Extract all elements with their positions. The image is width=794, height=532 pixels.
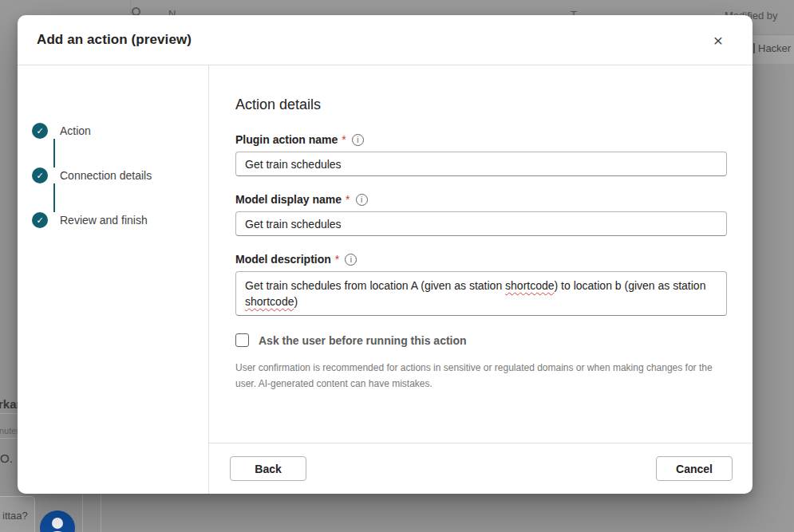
dialog-footer: Back Cancel: [209, 443, 753, 494]
person-icon: [52, 518, 63, 529]
avatar: [40, 510, 75, 532]
dialog-body: ✓ Action ✓ Connection details ✓ Review a…: [18, 65, 753, 494]
step-review-and-finish: ✓ Review and finish: [32, 212, 208, 228]
model-description-label: Model description * i: [235, 253, 727, 266]
info-icon[interactable]: i: [356, 194, 368, 206]
background-left-divider: [0, 438, 18, 439]
misspelled-word: shortcode: [505, 279, 554, 292]
background-cell-divider: [753, 43, 755, 53]
step-complete-check-icon: ✓: [32, 212, 48, 228]
background-header-underline: [750, 34, 794, 35]
misspelled-word: shortcode: [245, 295, 294, 308]
model-display-name-label: Model display name * i: [235, 193, 727, 206]
wizard-steps-sidebar: ✓ Action ✓ Connection details ✓ Review a…: [18, 65, 209, 494]
required-asterisk: *: [335, 253, 339, 266]
step-connector: [53, 139, 55, 167]
close-button[interactable]: ×: [706, 28, 730, 52]
step-action: ✓ Action: [32, 123, 208, 139]
step-complete-check-icon: ✓: [32, 167, 48, 183]
required-asterisk: *: [346, 193, 350, 206]
plugin-action-name-label: Plugin action name * i: [235, 133, 727, 146]
step-label: Connection details: [60, 169, 152, 182]
ask-user-checkbox-row: Ask the user before running this action: [235, 333, 727, 347]
info-icon[interactable]: i: [345, 254, 357, 266]
back-button[interactable]: Back: [230, 456, 306, 481]
plugin-action-name-input[interactable]: [235, 152, 727, 176]
info-icon[interactable]: i: [352, 134, 364, 146]
step-connection-details: ✓ Connection details: [32, 167, 208, 183]
dialog-header: Add an action (preview) ×: [18, 15, 753, 65]
background-left-text: O.: [0, 451, 13, 465]
background-left-divider: [0, 413, 18, 414]
page-title: Action details: [235, 97, 727, 113]
step-label: Action: [60, 124, 91, 137]
confirmation-helper-text: User confirmation is recommended for act…: [235, 360, 716, 392]
ask-user-checkbox[interactable]: [235, 333, 249, 347]
background-chat-input: ittaa?: [0, 496, 35, 532]
background-panel-divider: [82, 494, 83, 532]
add-action-dialog: Add an action (preview) × ✓ Action ✓ Con…: [18, 15, 753, 494]
background-panel-divider: [101, 494, 101, 532]
background-chat-text: ittaa?: [2, 510, 28, 522]
dialog-title: Add an action (preview): [37, 32, 192, 48]
step-label: Review and finish: [60, 214, 148, 227]
step-complete-check-icon: ✓: [32, 123, 48, 139]
cancel-button[interactable]: Cancel: [656, 456, 733, 481]
dialog-content: Action details Plugin action name * i Mo…: [209, 65, 753, 494]
model-description-input[interactable]: Get train schedules from location A (giv…: [235, 271, 727, 316]
model-display-name-input[interactable]: [235, 211, 727, 236]
close-icon: ×: [713, 32, 723, 49]
ask-user-checkbox-label: Ask the user before running this action: [259, 334, 467, 347]
background-cell-text: Hacker C: [758, 42, 794, 54]
required-asterisk: *: [342, 133, 346, 146]
step-connector: [53, 183, 55, 212]
